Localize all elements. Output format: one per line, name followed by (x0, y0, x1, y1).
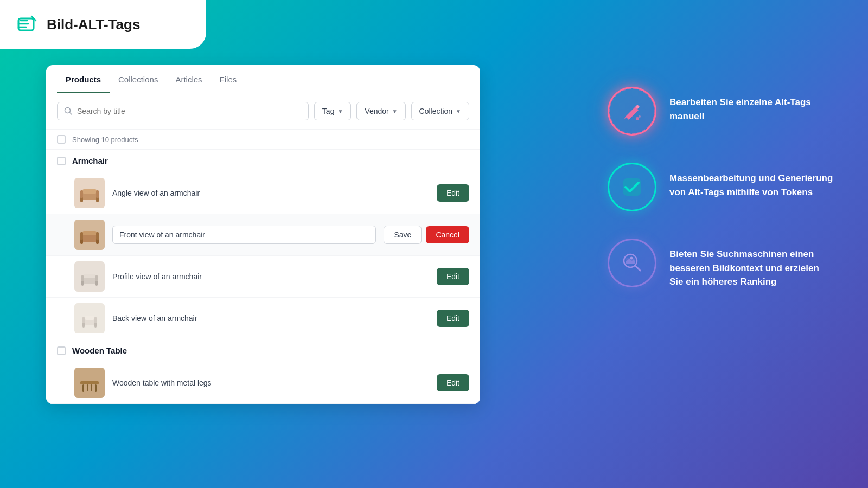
product-thumbnail (74, 368, 105, 398)
edit-button[interactable]: Edit (437, 310, 469, 327)
edit-action-group: Save Cancel (384, 226, 469, 244)
toolbar: Tag ▼ Vendor ▼ Collection ▼ (46, 93, 480, 130)
product-thumbnail (74, 178, 105, 208)
app-header: Bild-ALT-Tags (0, 0, 206, 49)
checkmark-icon (620, 175, 644, 199)
svg-rect-26 (80, 381, 99, 384)
svg-rect-29 (87, 384, 88, 391)
svg-point-37 (630, 257, 633, 260)
app-title: Bild-ALT-Tags (47, 16, 140, 33)
feature-circle-seo (608, 239, 656, 287)
svg-rect-15 (84, 274, 95, 278)
save-button[interactable]: Save (384, 226, 422, 244)
tab-collections[interactable]: Collections (110, 65, 167, 93)
product-thumbnail (74, 220, 105, 250)
showing-count: Showing 10 products (72, 136, 138, 144)
product-alt-text: Back view of an armchair (112, 314, 429, 323)
feature-item-edit: Bearbeiten Sie einzelne Alt-Tags manuell (608, 87, 835, 136)
alt-text-input[interactable] (112, 226, 376, 244)
armchair-group-checkbox[interactable] (57, 157, 66, 165)
feature-circle-edit (608, 87, 656, 136)
table-row: Wooden table with metal legs Edit (46, 362, 480, 404)
app-logo-icon (16, 13, 39, 36)
table-row: Profile view of an armchair Edit (46, 256, 480, 298)
edit-button[interactable]: Edit (437, 184, 469, 202)
wooden-table-group-header: Wooden Table (46, 339, 480, 362)
edit-button[interactable]: Edit (437, 374, 469, 391)
svg-rect-27 (82, 384, 84, 392)
svg-rect-13 (96, 232, 99, 240)
svg-point-31 (609, 88, 655, 134)
collection-filter-button[interactable]: Collection ▼ (411, 102, 469, 120)
svg-rect-24 (82, 317, 85, 323)
feature-text-bulk: Massenbearbeitung und Generierung von Al… (669, 163, 835, 199)
search-image-icon (618, 249, 646, 277)
cancel-button[interactable]: Cancel (426, 226, 469, 243)
feature-item-seo: Bieten Sie Suchmaschinen einen besseren … (608, 239, 835, 289)
table-row: Back view of an armchair Edit (46, 298, 480, 339)
tabs-bar: Products Collections Articles Files (46, 65, 480, 93)
svg-rect-28 (95, 384, 97, 392)
svg-rect-21 (85, 316, 94, 320)
showing-row: Showing 10 products (46, 130, 480, 150)
tab-files[interactable]: Files (211, 65, 246, 93)
armchair-group-name: Armchair (72, 156, 108, 165)
search-input[interactable] (77, 107, 302, 115)
svg-rect-3 (82, 189, 97, 194)
svg-rect-7 (96, 190, 99, 198)
svg-rect-9 (82, 231, 97, 235)
svg-rect-12 (80, 232, 83, 240)
feature-circle-bulk (608, 163, 656, 211)
feature-text-seo: Bieten Sie Suchmaschinen einen besseren … (669, 239, 835, 289)
wooden-table-group-name: Wooden Table (72, 346, 127, 355)
feature-text-edit: Bearbeiten Sie einzelne Alt-Tags manuell (669, 87, 835, 123)
vendor-filter-chevron-icon: ▼ (392, 108, 398, 114)
tag-filter-button[interactable]: Tag ▼ (314, 102, 351, 120)
svg-rect-25 (94, 317, 97, 323)
edit-button[interactable]: Edit (437, 268, 469, 285)
table-row: Angle view of an armchair Edit (46, 172, 480, 214)
svg-rect-19 (95, 275, 98, 281)
collection-filter-chevron-icon: ▼ (456, 108, 461, 114)
product-list: Showing 10 products Armchair Angle view … (46, 130, 480, 404)
vendor-filter-button[interactable]: Vendor ▼ (356, 102, 405, 120)
product-thumbnail (74, 261, 105, 292)
product-thumbnail (74, 303, 105, 333)
feature-item-bulk: Massenbearbeitung und Generierung von Al… (608, 163, 835, 211)
wooden-table-group-checkbox[interactable] (57, 346, 66, 355)
svg-rect-30 (91, 384, 92, 391)
svg-rect-18 (81, 275, 84, 281)
product-alt-text: Wooden table with metal legs (112, 378, 429, 387)
features-panel: Bearbeiten Sie einzelne Alt-Tags manuell… (608, 65, 835, 289)
product-alt-text: Profile view of an armchair (112, 272, 429, 281)
tab-articles[interactable]: Articles (167, 65, 210, 93)
table-row: Save Cancel (46, 214, 480, 256)
armchair-group-header: Armchair (46, 150, 480, 172)
tag-filter-chevron-icon: ▼ (337, 108, 343, 114)
main-panel: Products Collections Articles Files Tag … (46, 65, 480, 404)
svg-rect-6 (80, 190, 83, 198)
search-icon (64, 107, 73, 115)
product-alt-text: Angle view of an armchair (112, 189, 429, 197)
tab-products[interactable]: Products (57, 65, 110, 93)
search-box (57, 102, 309, 120)
select-all-checkbox[interactable] (57, 135, 66, 144)
